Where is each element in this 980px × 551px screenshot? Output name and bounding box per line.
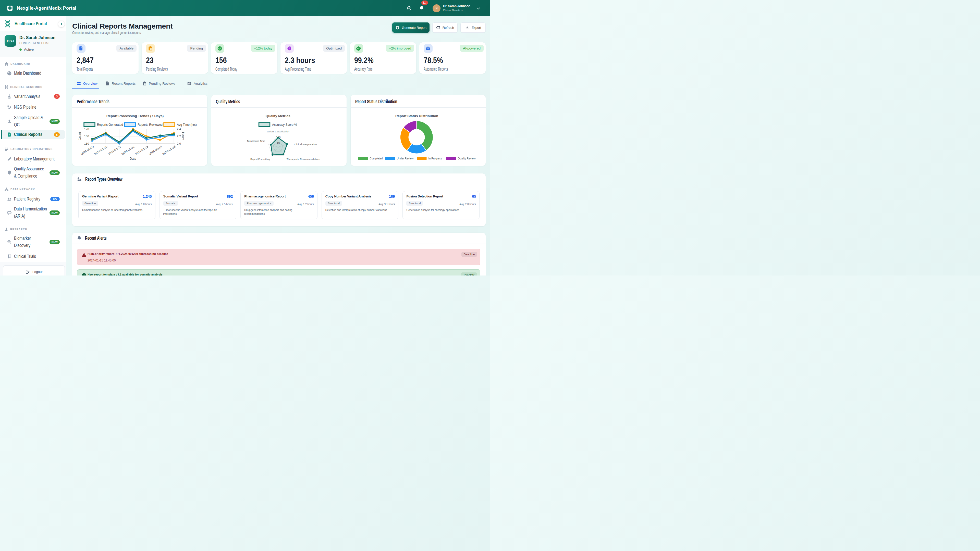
svg-text:Accuracy Score %: Accuracy Score %: [272, 123, 297, 127]
svg-text:Report Processing Trends (7 Da: Report Processing Trends (7 Days): [107, 114, 164, 118]
svg-text:2024-01-10: 2024-01-10: [94, 145, 108, 156]
svg-text:2024-01-14: 2024-01-14: [148, 145, 162, 156]
svg-text:Avg Time (hrs): Avg Time (hrs): [177, 123, 197, 127]
svg-text:2024-01-09: 2024-01-09: [80, 145, 94, 156]
svg-text:100: 100: [276, 136, 281, 139]
svg-text:Under Review: Under Review: [396, 157, 414, 160]
svg-text:Completed: Completed: [369, 157, 383, 160]
svg-text:Clinical Interpretation: Clinical Interpretation: [294, 143, 317, 146]
svg-text:Therapeutic Recommendations: Therapeutic Recommendations: [286, 158, 320, 160]
svg-text:130: 130: [84, 142, 89, 145]
svg-text:Count: Count: [78, 132, 82, 140]
svg-text:2024-01-11: 2024-01-11: [107, 145, 121, 156]
svg-text:170: 170: [84, 127, 89, 130]
svg-text:2.2: 2.2: [177, 135, 181, 138]
svg-text:Turnaround Time: Turnaround Time: [247, 140, 265, 142]
svg-text:2.0: 2.0: [177, 142, 181, 145]
svg-text:Report Status Distribution: Report Status Distribution: [395, 114, 438, 118]
svg-text:95: 95: [277, 142, 280, 145]
svg-text:150: 150: [84, 135, 89, 138]
svg-text:Date: Date: [130, 157, 136, 160]
svg-text:Quality Metrics: Quality Metrics: [266, 114, 290, 118]
svg-text:Reports Reviewed: Reports Reviewed: [138, 123, 162, 127]
svg-text:2024-01-13: 2024-01-13: [135, 145, 149, 156]
svg-text:Hours: Hours: [181, 132, 185, 140]
svg-text:2024-01-15: 2024-01-15: [162, 145, 176, 156]
svg-text:Report Formatting: Report Formatting: [250, 158, 270, 160]
svg-text:2.4: 2.4: [177, 127, 181, 130]
svg-text:Variant Classification: Variant Classification: [267, 130, 290, 133]
svg-text:In Progress: In Progress: [428, 157, 442, 160]
svg-text:Quality Review: Quality Review: [458, 157, 476, 160]
svg-text:Reports Generated: Reports Generated: [97, 123, 123, 127]
svg-text:2024-01-12: 2024-01-12: [121, 145, 135, 156]
